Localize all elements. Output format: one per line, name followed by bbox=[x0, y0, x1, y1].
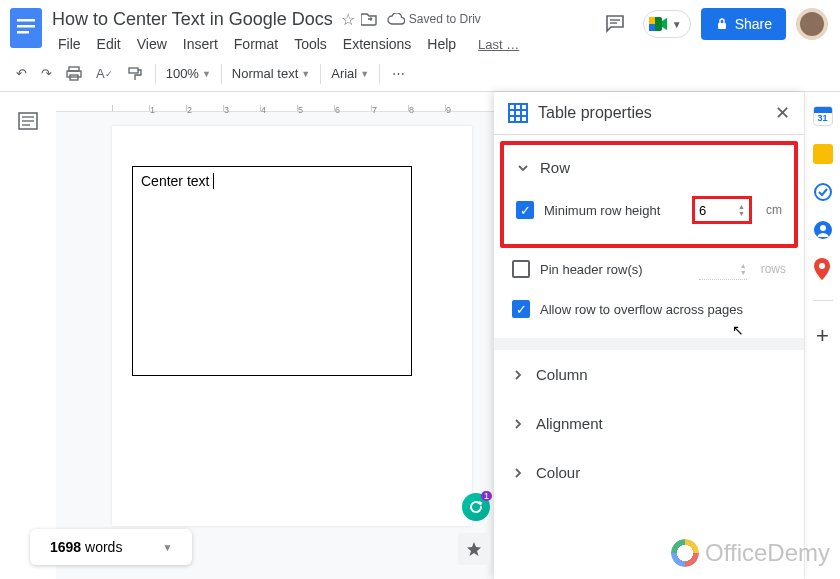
table-properties-panel: Table properties ✕ Row ✓ Minimum row hei… bbox=[494, 92, 804, 579]
row-section-highlight: Row ✓ Minimum row height ▲▼ cm bbox=[500, 141, 798, 248]
svg-rect-0 bbox=[10, 8, 42, 48]
document-title[interactable]: How to Center Text in Google Docs bbox=[52, 9, 333, 30]
colour-section[interactable]: Colour bbox=[494, 448, 804, 497]
redo-button[interactable]: ↷ bbox=[35, 62, 58, 85]
panel-title: Table properties bbox=[538, 104, 765, 122]
chevron-down-icon: ▼ bbox=[672, 19, 682, 30]
svg-rect-7 bbox=[649, 17, 655, 24]
keep-icon[interactable] bbox=[813, 144, 833, 164]
menu-insert[interactable]: Insert bbox=[177, 34, 224, 54]
menu-tools[interactable]: Tools bbox=[288, 34, 333, 54]
rows-unit-label: rows bbox=[761, 262, 786, 276]
grammarly-icon[interactable]: 1 bbox=[462, 493, 490, 521]
chevron-right-icon bbox=[512, 467, 524, 479]
min-row-height-label: Minimum row height bbox=[544, 203, 682, 218]
undo-button[interactable]: ↶ bbox=[10, 62, 33, 85]
cloud-saved-status: Saved to Driv bbox=[387, 12, 481, 26]
menu-edit[interactable]: Edit bbox=[91, 34, 127, 54]
overflow-label: Allow row to overflow across pages bbox=[540, 302, 743, 317]
pin-header-label: Pin header row(s) bbox=[540, 262, 689, 277]
print-button[interactable] bbox=[60, 62, 88, 86]
close-icon[interactable]: ✕ bbox=[775, 102, 790, 124]
paint-format-button[interactable] bbox=[121, 62, 149, 86]
title-area: How to Center Text in Google Docs ☆ Save… bbox=[52, 6, 589, 56]
comments-icon[interactable] bbox=[597, 6, 633, 42]
row-section-header[interactable]: Row bbox=[512, 153, 786, 190]
svg-rect-9 bbox=[718, 23, 726, 29]
zoom-dropdown[interactable]: 100%▼ bbox=[162, 64, 215, 83]
table-cell-text: Center text bbox=[141, 173, 209, 189]
column-section[interactable]: Column bbox=[494, 350, 804, 399]
svg-point-23 bbox=[815, 184, 831, 200]
min-row-height-option: ✓ Minimum row height ▲▼ cm bbox=[512, 190, 786, 230]
badge-count: 1 bbox=[481, 491, 492, 501]
chevron-right-icon bbox=[512, 418, 524, 430]
calendar-icon[interactable]: 31 bbox=[813, 106, 833, 126]
add-addon-icon[interactable]: + bbox=[816, 323, 829, 349]
outline-icon[interactable] bbox=[18, 112, 38, 130]
chevron-down-icon: ▼ bbox=[162, 542, 172, 553]
main-area: 123456789 Center text Table properties ✕… bbox=[0, 92, 840, 579]
more-toolbar-button[interactable]: ⋯ bbox=[386, 62, 411, 85]
last-edit-link[interactable]: Last … bbox=[472, 35, 525, 54]
explore-button[interactable] bbox=[458, 533, 490, 565]
app-header: How to Center Text in Google Docs ☆ Save… bbox=[0, 0, 840, 56]
stepper-icon: ▲▼ bbox=[740, 262, 747, 276]
style-dropdown[interactable]: Normal text▼ bbox=[228, 64, 314, 83]
menu-bar: File Edit View Insert Format Tools Exten… bbox=[52, 32, 589, 56]
spellcheck-button[interactable]: A✓ bbox=[90, 62, 119, 85]
font-dropdown[interactable]: Arial▼ bbox=[327, 64, 373, 83]
star-icon[interactable]: ☆ bbox=[341, 10, 355, 29]
min-row-height-input-highlight: ▲▼ bbox=[692, 196, 752, 224]
overflow-option: ✓ Allow row to overflow across pages bbox=[494, 290, 804, 338]
side-panel-rail: 31 + bbox=[804, 92, 840, 579]
overflow-checkbox[interactable]: ✓ bbox=[512, 300, 530, 318]
account-avatar[interactable] bbox=[796, 8, 828, 40]
unit-label: cm bbox=[766, 203, 782, 217]
cursor-pointer-icon: ↖ bbox=[732, 322, 744, 338]
chevron-down-icon bbox=[516, 161, 530, 175]
contacts-icon[interactable] bbox=[813, 220, 833, 240]
svg-rect-3 bbox=[17, 31, 29, 34]
pin-rows-input: ▲▼ bbox=[699, 258, 747, 280]
menu-view[interactable]: View bbox=[131, 34, 173, 54]
lock-icon bbox=[715, 17, 729, 31]
docs-logo[interactable] bbox=[8, 6, 44, 50]
svg-rect-11 bbox=[67, 71, 81, 77]
min-row-height-checkbox[interactable]: ✓ bbox=[516, 201, 534, 219]
toolbar: ↶ ↷ A✓ 100%▼ Normal text▼ Arial▼ ⋯ bbox=[0, 56, 840, 92]
meet-button[interactable]: ▼ bbox=[643, 10, 691, 38]
stepper-icon[interactable]: ▲▼ bbox=[738, 203, 745, 217]
move-icon[interactable] bbox=[361, 12, 377, 26]
menu-format[interactable]: Format bbox=[228, 34, 284, 54]
svg-point-25 bbox=[820, 225, 826, 231]
menu-extensions[interactable]: Extensions bbox=[337, 34, 417, 54]
svg-rect-2 bbox=[17, 25, 35, 28]
tasks-icon[interactable] bbox=[813, 182, 833, 202]
svg-rect-18 bbox=[509, 104, 527, 122]
svg-point-26 bbox=[819, 263, 825, 269]
table-cell[interactable]: Center text bbox=[132, 166, 412, 376]
chevron-right-icon bbox=[512, 369, 524, 381]
pin-header-checkbox[interactable] bbox=[512, 260, 530, 278]
alignment-section[interactable]: Alignment bbox=[494, 399, 804, 448]
svg-rect-8 bbox=[649, 24, 655, 31]
share-button[interactable]: Share bbox=[701, 8, 786, 40]
left-rail bbox=[0, 92, 56, 579]
menu-file[interactable]: File bbox=[52, 34, 87, 54]
pin-header-option: Pin header row(s) ▲▼ rows bbox=[494, 248, 804, 290]
menu-help[interactable]: Help bbox=[421, 34, 462, 54]
svg-rect-1 bbox=[17, 19, 35, 22]
word-count-chip[interactable]: 1698 words ▼ bbox=[30, 529, 192, 565]
table-icon bbox=[508, 103, 528, 123]
svg-rect-13 bbox=[129, 68, 138, 73]
document-page[interactable]: Center text bbox=[112, 126, 472, 526]
maps-icon[interactable] bbox=[813, 258, 833, 278]
min-row-height-input[interactable] bbox=[699, 203, 727, 218]
